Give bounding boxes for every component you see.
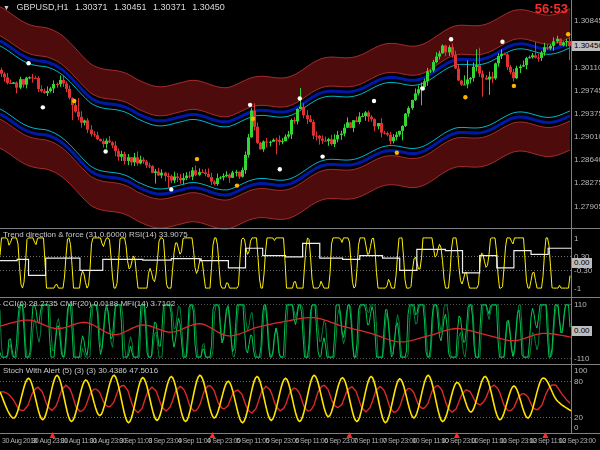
trading-chart-window: ▼ GBPUSD,H1 1.30371 1.30451 1.30371 1.30… (0, 0, 600, 450)
price-chart-canvas[interactable] (0, 0, 600, 450)
